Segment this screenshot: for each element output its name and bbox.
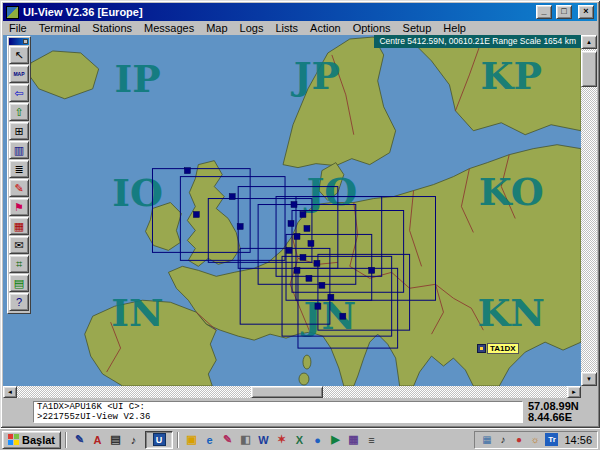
station-label[interactable]: TA1DX xyxy=(477,343,519,354)
station-dot[interactable] xyxy=(294,267,300,273)
tool-icon[interactable]: ✶ xyxy=(273,431,290,448)
help-icon: ? xyxy=(16,297,22,308)
menu-item-help[interactable]: Help xyxy=(437,22,472,34)
station-dot[interactable] xyxy=(229,194,235,200)
tool-back-button[interactable]: ⇦ xyxy=(9,84,29,102)
windows-logo-icon xyxy=(8,434,19,445)
vertical-scroll-thumb[interactable] xyxy=(581,51,597,87)
media-icon[interactable]: ▶ xyxy=(327,431,344,448)
station-dot[interactable] xyxy=(286,247,292,253)
station-dot[interactable] xyxy=(288,220,294,226)
pen-icon[interactable]: ✎ xyxy=(71,431,88,448)
monitor-box[interactable]: TA1DX>APU16K <UI C>: >221755zUI-View V2.… xyxy=(33,401,523,423)
tool-mail-button[interactable]: ✉ xyxy=(9,236,29,254)
excel-icon[interactable]: X xyxy=(291,431,308,448)
station-dot[interactable] xyxy=(237,223,243,229)
station-dot[interactable] xyxy=(308,240,314,246)
grid-icon: ⌗ xyxy=(16,259,22,270)
horizontal-scrollbar[interactable]: ◄ ► xyxy=(3,386,581,398)
menu-item-logs[interactable]: Logs xyxy=(234,22,270,34)
station-dot[interactable] xyxy=(294,233,300,239)
map-canvas[interactable]: IPJPKPIOJOKOINJNKN ↖MAP⇦⇧⊞▥≣✎⚑▦✉⌗▤? Cent… xyxy=(3,35,581,386)
menu-item-options[interactable]: Options xyxy=(347,22,397,34)
mail-icon: ✉ xyxy=(14,240,23,251)
station-dot[interactable] xyxy=(306,275,312,281)
tool-map-button[interactable]: MAP xyxy=(9,65,29,83)
edit-icon: ✎ xyxy=(14,183,23,194)
menu-item-lists[interactable]: Lists xyxy=(269,22,304,34)
scroll-up-icon[interactable]: ▲ xyxy=(581,35,597,49)
package-icon[interactable]: ◧ xyxy=(237,431,254,448)
menu-item-messages[interactable]: Messages xyxy=(138,22,200,34)
keyboard-locale-indicator[interactable]: Tr xyxy=(545,433,558,446)
menu-item-setup[interactable]: Setup xyxy=(397,22,438,34)
taskbar: Başlat ✎A▤♪ U ▣e✎◧W✶X●▶▦≡ ▦♪●☼ Tr 14:56 xyxy=(0,428,600,450)
minimize-button[interactable]: _ xyxy=(536,5,552,19)
horizontal-scroll-thumb[interactable] xyxy=(251,386,323,398)
tool-edit-button[interactable]: ✎ xyxy=(9,179,29,197)
monitor-line: >221755zUI-View V2.36 xyxy=(37,412,519,422)
keyboard-icon[interactable]: ▤ xyxy=(107,431,124,448)
tool-chart-button[interactable]: ▦ xyxy=(9,217,29,235)
scroll-down-icon[interactable]: ▼ xyxy=(581,372,597,386)
tool-up-button[interactable]: ⇧ xyxy=(9,103,29,121)
volume-icon[interactable]: ♪ xyxy=(125,431,142,448)
globe-icon[interactable]: ● xyxy=(309,431,326,448)
station-dot[interactable] xyxy=(319,282,325,288)
station-dot[interactable] xyxy=(340,313,346,319)
map-icon: MAP xyxy=(13,72,24,77)
tv-icon[interactable]: ▦ xyxy=(345,431,362,448)
menu-item-stations[interactable]: Stations xyxy=(86,22,138,34)
station-symbol-icon xyxy=(477,344,486,353)
tool-palette: ↖MAP⇦⇧⊞▥≣✎⚑▦✉⌗▤? xyxy=(7,36,31,314)
map-info-bar: Centre 5412.59N, 00610.21E Range Scale 1… xyxy=(374,35,581,48)
grid-label-IP: IP xyxy=(114,56,160,101)
msdos-icon[interactable]: ≡ xyxy=(363,431,380,448)
paint-icon[interactable]: ✎ xyxy=(219,431,236,448)
station-dot[interactable] xyxy=(291,202,297,208)
taskbar-clock[interactable]: 14:56 xyxy=(562,434,592,446)
scroll-left-icon[interactable]: ◄ xyxy=(3,386,17,398)
station-dot[interactable] xyxy=(304,225,310,231)
grid-label-KP: KP xyxy=(481,53,542,98)
station-dot[interactable] xyxy=(369,267,375,273)
tool-screen-button[interactable]: ▤ xyxy=(9,274,29,292)
power-icon[interactable]: ☼ xyxy=(528,433,541,446)
tool-terminal-button[interactable]: ▥ xyxy=(9,141,29,159)
menu-item-terminal[interactable]: Terminal xyxy=(33,22,87,34)
station-dot[interactable] xyxy=(328,294,334,300)
station-dot[interactable] xyxy=(315,303,321,309)
tool-flag-button[interactable]: ⚑ xyxy=(9,198,29,216)
station-dot[interactable] xyxy=(184,168,190,174)
tool-grid-button[interactable]: ⌗ xyxy=(9,255,29,273)
station-dot[interactable] xyxy=(300,254,306,260)
menu-item-map[interactable]: Map xyxy=(200,22,233,34)
station-dot[interactable] xyxy=(300,211,306,217)
display-icon[interactable]: ▦ xyxy=(480,433,493,446)
maximize-button[interactable]: □ xyxy=(556,5,572,19)
menu-item-action[interactable]: Action xyxy=(304,22,347,34)
tool-windows-button[interactable]: ⊞ xyxy=(9,122,29,140)
vertical-scrollbar[interactable]: ▲ ▼ xyxy=(581,35,597,386)
palette-close-icon[interactable] xyxy=(23,39,28,44)
ui-view-taskbar-button[interactable]: U xyxy=(145,431,173,449)
station-dot[interactable] xyxy=(314,260,320,266)
tool-pointer-button[interactable]: ↖ xyxy=(9,46,29,64)
font-icon[interactable]: A xyxy=(89,431,106,448)
scroll-right-icon[interactable]: ► xyxy=(567,386,581,398)
close-button[interactable]: × xyxy=(578,5,594,19)
taskbar-separator xyxy=(65,432,67,448)
palette-titlebar[interactable] xyxy=(9,38,29,45)
volume-icon[interactable]: ♪ xyxy=(496,433,509,446)
station-dot[interactable] xyxy=(193,211,199,217)
word-icon[interactable]: W xyxy=(255,431,272,448)
tool-help-button[interactable]: ? xyxy=(9,293,29,311)
schedule-icon[interactable]: ● xyxy=(512,433,525,446)
menu-item-file[interactable]: File xyxy=(3,22,33,34)
grid-label-IN: IN xyxy=(111,290,163,335)
grid-label-KN: KN xyxy=(477,290,545,335)
tool-list-button[interactable]: ≣ xyxy=(9,160,29,178)
folder-icon[interactable]: ▣ xyxy=(183,431,200,448)
ie-icon[interactable]: e xyxy=(201,431,218,448)
start-button[interactable]: Başlat xyxy=(2,431,61,449)
